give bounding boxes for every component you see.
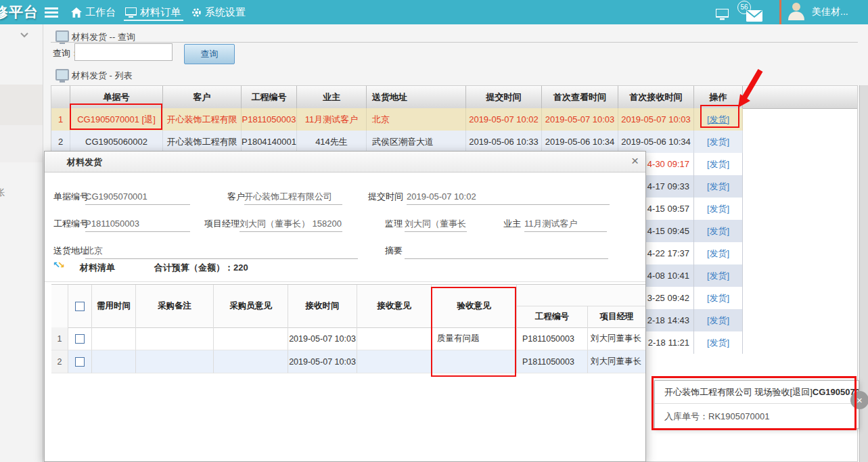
col-header-first-receive-time[interactable]: 首次接收时间: [618, 86, 694, 108]
supervisor-field[interactable]: 刘大同（董事长） 158: [405, 216, 467, 232]
project-no-label: 工程编号: [53, 216, 89, 232]
ship-link[interactable]: [发货]: [707, 338, 729, 348]
col-header-address[interactable]: 送货地址: [367, 86, 466, 108]
sidebar-item-truncated[interactable]: 帐: [0, 187, 5, 199]
ship-link[interactable]: [发货]: [707, 271, 729, 281]
col-header-index: [51, 86, 70, 108]
ship-link[interactable]: [发货]: [707, 293, 729, 303]
ship-link[interactable]: [发货]: [707, 248, 729, 258]
col-header-action[interactable]: 操作: [694, 86, 743, 108]
col-header-acceptance-opinion[interactable]: 验收意见: [432, 285, 517, 327]
ship-link[interactable]: [发货]: [707, 315, 729, 325]
col-header-owner[interactable]: 业主: [297, 86, 367, 108]
sidebar-section: [0, 125, 43, 162]
dialog-title: 材料发货: [67, 156, 102, 168]
owner-field[interactable]: 11月测试客户: [524, 216, 607, 232]
envelope-icon: [746, 10, 762, 22]
col-header-index: [51, 285, 68, 327]
need-time-cell: [92, 350, 136, 373]
ship-link[interactable]: [发货]: [707, 181, 729, 191]
receive-time-cell: 2019-05-07 10:03: [288, 327, 357, 350]
need-time-cell: [92, 327, 136, 350]
detail-header-row: 需用时间 采购备注 采购员意见 接收时间 接收意见 验收意见 工程编号 项目经理: [51, 285, 645, 328]
submit-time-label: 提交时间: [368, 189, 403, 205]
monitor-icon: [55, 30, 69, 42]
col-header-group: 工程编号 项目经理: [517, 285, 645, 327]
col-header-submit-time[interactable]: 提交时间: [466, 86, 542, 108]
col-header-receive-time[interactable]: 接收时间: [288, 285, 357, 327]
desktop-button[interactable]: [716, 6, 729, 22]
material-shipping-dialog: 材料发货 × 单据编号 CG1905070001 客户 开心装饰工程有限公司 提…: [44, 151, 646, 462]
address-cell: 北京: [367, 108, 466, 131]
nav-item-workbench[interactable]: 工作台: [71, 4, 116, 20]
row-index: 2: [51, 350, 68, 373]
order-no-cell: CG1905070001 [退]: [70, 108, 163, 131]
query-input[interactable]: [74, 43, 173, 61]
col-header-order-no[interactable]: 单据号: [70, 86, 163, 108]
col-header-project-no[interactable]: 工程编号: [517, 306, 588, 327]
nav-item-material-orders[interactable]: 材料订单: [125, 4, 181, 20]
list-header-row: 单据号 客户 工程编号 业主 送货地址 提交时间 首次查看时间 首次接收时间 操…: [51, 86, 857, 109]
messages-button[interactable]: [746, 7, 762, 24]
project-no-field[interactable]: P1811050003: [85, 216, 190, 232]
sidebar-section: [0, 85, 43, 125]
col-header-filler: [743, 86, 857, 108]
acceptance-opinion-cell: 质量有问题: [432, 327, 517, 350]
col-header-customer[interactable]: 客户: [163, 86, 242, 108]
notification-toast[interactable]: 开心装饰工程有限公司 现场验收[退回]CG1905070001 入库单号：RK1…: [654, 380, 859, 429]
order-no-label: 单据编号: [53, 189, 89, 205]
top-navigation-bar: 修平台 工作台 材料订单 系统设置: [0, 0, 868, 24]
close-icon[interactable]: ×: [631, 154, 639, 168]
ship-link[interactable]: [发货]: [707, 204, 729, 214]
col-header-receive-opinion[interactable]: 接收意见: [357, 285, 432, 327]
hamburger-menu-button[interactable]: [45, 4, 58, 20]
purchase-note-cell: [136, 327, 214, 350]
submit-time-cell: 2019-05-06 10:33: [466, 131, 542, 153]
receive-time-cell: 2019-05-07 10:03: [288, 350, 357, 373]
project-no-cell: P1811050003: [517, 327, 588, 350]
chevron-down-icon[interactable]: [20, 32, 28, 38]
row-checkbox[interactable]: [75, 334, 85, 344]
ship-link[interactable]: [发货]: [707, 159, 729, 169]
summary-field[interactable]: [405, 243, 608, 259]
monitor-icon: [125, 7, 137, 18]
ship-link[interactable]: [发货]: [707, 137, 729, 147]
col-header-project-no[interactable]: 工程编号: [242, 86, 297, 108]
customer-field[interactable]: 开心装饰工程有限公司: [244, 189, 342, 205]
expand-icon[interactable]: ↖↘: [53, 260, 62, 270]
select-all-checkbox[interactable]: [75, 302, 85, 311]
material-list-title: 材料清单: [80, 262, 115, 274]
purchaser-opinion-cell: [214, 350, 288, 373]
col-header-purchase-note[interactable]: 采购备注: [136, 285, 214, 327]
col-header-purchaser-opinion[interactable]: 采购员意见: [214, 285, 288, 327]
table-row[interactable]: 1 CG1905070001 [退] 开心装饰工程有限 P1811050003 …: [51, 108, 743, 131]
detail-row[interactable]: 2 2019-05-07 10:03 P1811050003 刘大同董事长: [51, 350, 645, 373]
ship-link[interactable]: [发货]: [707, 226, 729, 236]
active-tab-underline: [124, 20, 183, 21]
app-window: 修平台 工作台 材料订单 系统设置: [0, 0, 868, 462]
owner-cell: 414先生: [297, 131, 367, 153]
detail-row[interactable]: 1 2019-05-07 10:03 质量有问题 P1811050003 刘大同…: [51, 327, 645, 350]
nav-item-system-settings[interactable]: 系统设置: [191, 4, 246, 20]
dialog-titlebar[interactable]: 材料发货 ×: [45, 152, 645, 172]
first-view-time-cell: 2019-05-07 10:03: [542, 108, 618, 131]
col-header-project-manager[interactable]: 项目经理: [588, 306, 645, 327]
avatar[interactable]: [786, 2, 806, 18]
monitor-icon: [716, 9, 729, 20]
toast-body: 入库单号：RK1905070001: [655, 404, 859, 423]
address-cell: 武侯区潮音大道: [367, 131, 466, 153]
hamburger-icon: [45, 7, 58, 18]
order-no-field[interactable]: CG1905070001: [85, 189, 190, 205]
col-header-need-time[interactable]: 需用时间: [92, 285, 136, 327]
address-field[interactable]: 北京: [85, 243, 358, 259]
customer-cell: 开心装饰工程有限: [163, 108, 242, 131]
ship-link[interactable]: [发货]: [707, 114, 729, 124]
username-label[interactable]: 美佳材...: [812, 6, 848, 18]
table-row[interactable]: 2 CG1905060002 开心装饰工程有限 P1804140001 414先…: [51, 131, 743, 153]
toast-close-icon[interactable]: ×: [850, 391, 868, 409]
submit-time-field[interactable]: 2019-05-07 10:02: [407, 189, 610, 205]
project-manager-field[interactable]: 刘大同（董事长） 1582001: [239, 216, 342, 232]
row-checkbox[interactable]: [75, 357, 85, 367]
col-header-first-view-time[interactable]: 首次查看时间: [542, 86, 618, 108]
query-button[interactable]: 查询: [184, 44, 235, 64]
